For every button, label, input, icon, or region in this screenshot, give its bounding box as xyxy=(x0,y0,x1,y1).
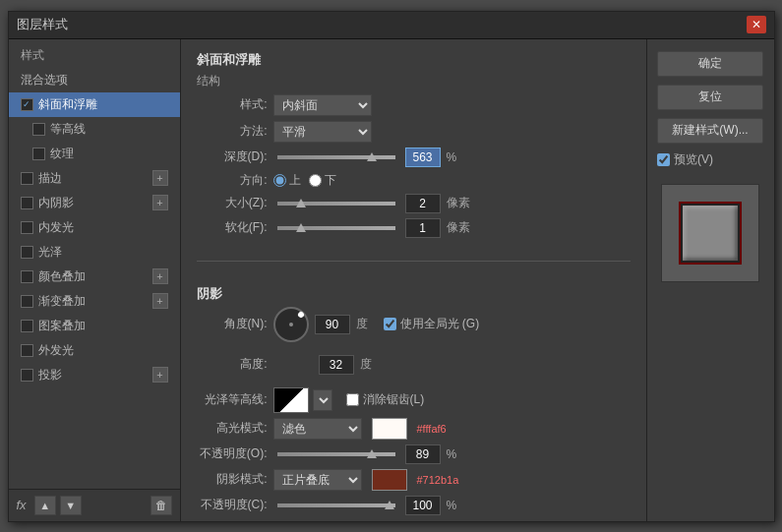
direction-up-label: 上 xyxy=(289,172,301,189)
pattern-overlay-checkbox[interactable] xyxy=(21,320,33,332)
structure-label: 结构 xyxy=(197,73,220,89)
highlight-opacity-slider[interactable] xyxy=(277,452,395,456)
highlight-opacity-unit: % xyxy=(447,447,468,461)
inner-shadow-add-icon[interactable]: + xyxy=(152,195,168,210)
gradient-overlay-checkbox[interactable] xyxy=(21,295,33,308)
shadow-mode-select[interactable]: 正片叠底 正常 xyxy=(273,469,362,491)
sidebar-item-pattern-overlay[interactable]: 图案叠加 xyxy=(9,314,180,338)
gloss-label: 光泽等高线: xyxy=(197,391,268,408)
inner-glow-checkbox[interactable] xyxy=(21,221,33,234)
anti-alias-checkbox[interactable] xyxy=(346,393,359,406)
global-light-checkbox[interactable] xyxy=(384,318,396,330)
sidebar-item-color-overlay[interactable]: 颜色叠加 + xyxy=(9,265,180,289)
stroke-label: 描边 xyxy=(38,170,62,187)
drop-shadow-add-icon[interactable]: + xyxy=(152,367,168,383)
angle-center xyxy=(289,323,293,326)
sidebar-item-bevel[interactable]: ✓ 斜面和浮雕 xyxy=(9,92,180,117)
sidebar-item-gradient-overlay[interactable]: 渐变叠加 + xyxy=(9,289,180,314)
preview-checkbox[interactable] xyxy=(657,153,670,166)
preview-label: 预览(V) xyxy=(674,151,713,168)
shadow-color-swatch[interactable] xyxy=(372,469,407,491)
stroke-checkbox[interactable] xyxy=(21,172,33,185)
depth-input[interactable] xyxy=(405,148,441,167)
highlight-color-swatch[interactable] xyxy=(372,418,407,440)
gloss-contour-preview[interactable] xyxy=(273,387,309,413)
drop-shadow-checkbox[interactable] xyxy=(21,369,33,382)
depth-row: 深度(D): % xyxy=(197,148,631,167)
style-select[interactable]: 内斜面 外斜面 浮雕效果 xyxy=(273,94,372,116)
right-panel: 确定 复位 新建样式(W)... 预览(V) xyxy=(646,39,774,521)
left-panel: 样式 混合选项 ✓ 斜面和浮雕 等高线 纹理 xyxy=(9,39,181,521)
shadow-section: 阴影 角度(N): 度 使用全局光 (G) xyxy=(197,285,631,520)
highlight-opacity-input[interactable] xyxy=(405,444,441,464)
move-down-button[interactable]: ▼ xyxy=(60,496,82,515)
size-input[interactable] xyxy=(405,194,441,213)
gloss-dropdown[interactable] xyxy=(313,389,332,411)
altitude-input[interactable] xyxy=(319,355,354,375)
sidebar-item-drop-shadow[interactable]: 投影 + xyxy=(9,363,180,387)
title-bar: 图层样式 ✕ xyxy=(9,12,774,39)
texture-label: 纹理 xyxy=(50,146,74,162)
middle-panel: 斜面和浮雕 结构 样式: 内斜面 外斜面 浮雕效果 方法: xyxy=(181,39,646,521)
angle-input[interactable] xyxy=(315,315,350,334)
gradient-overlay-add-icon[interactable]: + xyxy=(152,293,168,309)
soften-input[interactable] xyxy=(405,218,441,238)
shadow-opacity-input[interactable] xyxy=(405,496,441,515)
sidebar-item-outer-glow[interactable]: 外发光 xyxy=(9,338,180,363)
reset-button[interactable]: 复位 xyxy=(657,85,763,110)
size-row: 大小(Z): 像素 xyxy=(197,194,631,213)
sidebar-item-stroke[interactable]: 描边 + xyxy=(9,166,180,191)
inner-shadow-label: 内阴影 xyxy=(38,195,74,211)
sidebar-item-inner-shadow[interactable]: 内阴影 + xyxy=(9,191,180,215)
soften-thumb xyxy=(296,223,306,232)
contour-checkbox[interactable] xyxy=(32,123,45,136)
color-overlay-checkbox[interactable] xyxy=(21,270,33,283)
bevel-section: 斜面和浮雕 结构 样式: 内斜面 外斜面 浮雕效果 方法: xyxy=(197,51,631,243)
sidebar-item-texture[interactable]: 纹理 xyxy=(9,142,180,166)
styles-header: 样式 xyxy=(9,39,180,68)
anti-alias-row[interactable]: 消除锯齿(L) xyxy=(346,391,425,408)
method-select[interactable]: 平滑 雕刻清晰 xyxy=(273,121,372,143)
fx-label: fx xyxy=(17,498,27,512)
direction-up-option[interactable]: 上 xyxy=(273,172,301,189)
direction-down-option[interactable]: 下 xyxy=(309,172,336,189)
bevel-checkbox[interactable]: ✓ xyxy=(21,98,33,111)
size-slider[interactable] xyxy=(277,202,395,206)
global-light-label: 使用全局光 (G) xyxy=(400,316,480,332)
angle-widget[interactable] xyxy=(273,307,309,342)
sidebar-item-inner-glow[interactable]: 内发光 xyxy=(9,215,180,240)
highlight-mode-select[interactable]: 滤色 正常 xyxy=(273,418,362,440)
preview-row[interactable]: 预览(V) xyxy=(657,151,763,168)
shadow-opacity-unit: % xyxy=(447,499,468,512)
depth-slider[interactable] xyxy=(277,155,395,159)
new-style-button[interactable]: 新建样式(W)... xyxy=(657,118,763,144)
direction-down-radio[interactable] xyxy=(309,174,322,187)
highlight-mode-row: 高光模式: 滤色 正常 #fffaf6 xyxy=(197,418,631,440)
move-up-button[interactable]: ▲ xyxy=(34,496,56,515)
sidebar-item-contour[interactable]: 等高线 xyxy=(9,117,180,142)
stroke-add-icon[interactable]: + xyxy=(152,170,168,186)
outer-glow-checkbox[interactable] xyxy=(21,344,33,357)
direction-up-radio[interactable] xyxy=(273,174,286,187)
sidebar-item-mixed[interactable]: 混合选项 xyxy=(9,68,180,92)
sidebar-item-satin[interactable]: 光泽 xyxy=(9,240,180,265)
dialog-title: 图层样式 xyxy=(17,16,68,33)
size-thumb xyxy=(296,199,306,207)
soften-row: 软化(F): 像素 xyxy=(197,218,631,238)
shadow-opacity-row: 不透明度(C): % xyxy=(197,496,631,515)
style-row: 样式: 内斜面 外斜面 浮雕效果 xyxy=(197,94,631,116)
satin-checkbox[interactable] xyxy=(21,246,33,259)
shadow-opacity-slider[interactable] xyxy=(277,503,395,507)
size-unit: 像素 xyxy=(447,195,470,211)
texture-checkbox[interactable] xyxy=(32,148,45,160)
close-button[interactable]: ✕ xyxy=(747,16,766,33)
ok-button[interactable]: 确定 xyxy=(657,51,763,77)
shadow-section-title: 阴影 xyxy=(197,285,631,303)
highlight-opacity-row: 不透明度(O): % xyxy=(197,444,631,464)
gradient-overlay-label: 渐变叠加 xyxy=(38,293,86,310)
inner-shadow-checkbox[interactable] xyxy=(21,197,33,209)
global-light-row[interactable]: 使用全局光 (G) xyxy=(384,316,480,332)
color-overlay-add-icon[interactable]: + xyxy=(152,268,168,284)
soften-slider[interactable] xyxy=(277,226,395,230)
delete-button[interactable]: 🗑 xyxy=(150,496,172,515)
